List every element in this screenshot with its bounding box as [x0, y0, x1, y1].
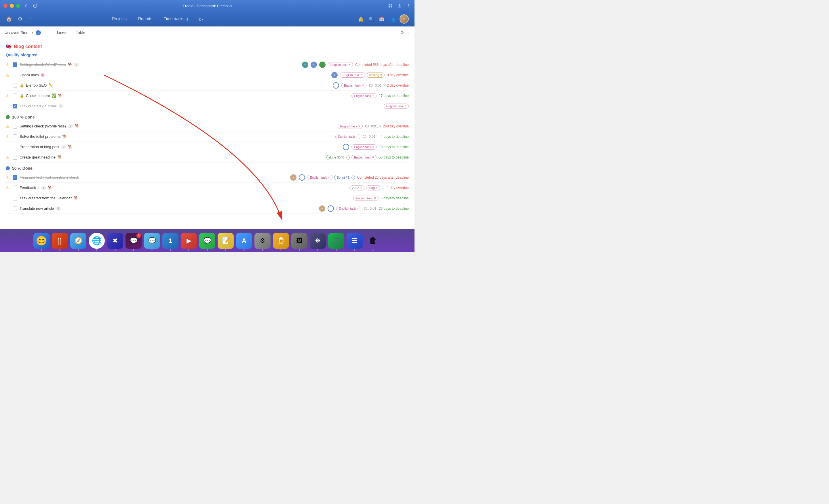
tag-english-task[interactable]: English task ×: [338, 124, 363, 129]
task-name[interactable]: Task created from the Calendar 🐕: [20, 196, 351, 200]
tag-remove-icon[interactable]: ×: [380, 73, 382, 77]
task-checkbox[interactable]: [13, 93, 17, 98]
nav-projects[interactable]: Projects: [112, 16, 127, 22]
bell-icon[interactable]: 🔔: [358, 16, 364, 22]
tag-remove-icon[interactable]: ×: [376, 186, 377, 189]
close-button[interactable]: [3, 4, 7, 8]
tag-english-task[interactable]: English task ×: [335, 134, 360, 139]
tag-remove-icon[interactable]: ×: [372, 145, 374, 148]
subsection-quality-blogpost[interactable]: Quality blogpost: [6, 53, 409, 57]
tag-remove-icon[interactable]: ×: [357, 207, 359, 210]
task-checkbox[interactable]: [13, 196, 17, 200]
minimize-button[interactable]: [10, 4, 14, 8]
dock-homebrew[interactable]: 🍺: [273, 233, 289, 249]
tag-remove-icon[interactable]: ×: [349, 63, 350, 66]
tag-remove-icon[interactable]: ×: [372, 156, 374, 159]
dock-systemprefs[interactable]: ⚙: [254, 233, 271, 249]
tag-english-task[interactable]: English task ×: [340, 73, 365, 78]
tag-english-task[interactable]: English task ×: [352, 93, 376, 99]
tag-waiting[interactable]: waiting ×: [367, 73, 385, 78]
task-checkbox[interactable]: [13, 73, 17, 77]
calendar-icon[interactable]: 📅: [379, 16, 385, 22]
nav-reports[interactable]: Reports: [138, 16, 152, 22]
filter-button[interactable]: Unsaved filter... ▾ 1: [5, 30, 41, 35]
task-checkbox[interactable]: ✓: [13, 63, 17, 67]
task-name[interactable]: Settings check (WordPress) 1 🐕: [20, 124, 335, 128]
tag-remove-icon[interactable]: ×: [372, 94, 374, 97]
tag-remove-icon[interactable]: ×: [358, 124, 360, 128]
export-icon[interactable]: ↑: [407, 30, 410, 35]
tag-english-task[interactable]: English task ×: [353, 196, 378, 201]
task-checkbox[interactable]: ✓: [13, 175, 17, 180]
dock-preview[interactable]: 🖼: [291, 233, 308, 249]
tag-sprint-6[interactable]: Sprint #6 ×: [334, 175, 355, 180]
task-checkbox[interactable]: ✓: [13, 104, 17, 109]
tag-english-task[interactable]: English task ×: [341, 83, 366, 88]
tag-english-task[interactable]: English task ×: [336, 206, 361, 211]
task-name[interactable]: Solve the toilet problems 🐕: [20, 134, 333, 139]
back-icon[interactable]: [24, 3, 28, 8]
task-name[interactable]: Preparation of blog post 2 🐕: [20, 145, 340, 149]
dock-trash[interactable]: 🗑: [365, 233, 381, 249]
tag-more[interactable]: ...: [382, 186, 385, 190]
task-name[interactable]: 🔒 Check content ✅ 🐕: [20, 93, 349, 98]
settings-icon[interactable]: ⚙: [18, 16, 23, 22]
tag-remove-icon[interactable]: ×: [346, 156, 347, 159]
task-name[interactable]: Settings check (WordPress) 🐕 1: [20, 63, 300, 67]
dock-messages[interactable]: 💬: [199, 233, 215, 249]
group-label[interactable]: 100 % Done: [12, 115, 35, 119]
tag-english-task[interactable]: English task ×: [352, 145, 376, 150]
task-name[interactable]: Feedback 1 1 🐕: [20, 186, 347, 190]
group-label[interactable]: 50 % Done: [12, 166, 33, 170]
dock-chrome[interactable]: 🌐: [89, 233, 105, 249]
dock-finder[interactable]: 😊: [33, 233, 49, 249]
task-name[interactable]: 🔒 E-shop SEO ✏️: [20, 83, 330, 87]
dock-notes[interactable]: 📝: [218, 233, 234, 249]
task-checkbox[interactable]: [13, 134, 17, 139]
menu-icon[interactable]: [406, 3, 411, 8]
tag-remove-icon[interactable]: ×: [361, 73, 362, 77]
settings-view-icon[interactable]: ⚙: [400, 30, 404, 35]
tag-english-task[interactable]: English task ×: [384, 104, 409, 109]
nav-time-tracking[interactable]: Time tracking: [164, 16, 188, 22]
refresh-icon[interactable]: [33, 3, 37, 8]
task-name[interactable]: Create great headline 🐕: [20, 155, 324, 159]
tag-blog[interactable]: blog ×: [366, 185, 380, 190]
dock-1password[interactable]: 1: [163, 233, 178, 249]
tag-english-task[interactable]: English task ×: [352, 155, 376, 160]
search-icon[interactable]: 🔍: [368, 16, 374, 22]
dock-chat[interactable]: 💬: [144, 233, 160, 249]
task-name[interactable]: Check links 🌸: [20, 73, 329, 77]
task-checkbox[interactable]: [13, 145, 17, 149]
dock-spotify[interactable]: 🎵: [328, 233, 344, 249]
dock-pricey[interactable]: ▶: [181, 233, 197, 249]
dock-mx[interactable]: ✖: [107, 233, 123, 249]
fullscreen-button[interactable]: [16, 4, 20, 8]
user-avatar[interactable]: F: [400, 14, 409, 24]
task-name[interactable]: Translate new article 5: [20, 206, 317, 210]
dock-wm[interactable]: ☰: [347, 233, 363, 249]
tag-english-task[interactable]: English task ×: [328, 62, 353, 67]
tag-remove-icon[interactable]: ×: [362, 84, 364, 87]
puzzle-icon[interactable]: [388, 3, 393, 8]
tab-lines[interactable]: Lines: [52, 27, 71, 38]
tag-2022[interactable]: 2022 ×: [350, 185, 364, 190]
download-icon[interactable]: [397, 3, 402, 8]
tag-remove-icon[interactable]: ×: [360, 186, 362, 189]
add-icon[interactable]: +: [28, 16, 32, 23]
tag-done-30[interactable]: done 30 % ×: [326, 155, 350, 160]
task-name[interactable]: Meta and technical questions check: [20, 175, 288, 180]
tag-english-task[interactable]: English task ×: [308, 175, 332, 180]
task-checkbox[interactable]: [13, 155, 17, 160]
task-checkbox[interactable]: [13, 206, 17, 211]
task-name[interactable]: Task created via email 1: [20, 104, 382, 108]
task-checkbox[interactable]: [13, 124, 17, 128]
task-checkbox[interactable]: [13, 83, 17, 88]
tag-remove-icon[interactable]: ×: [374, 196, 376, 200]
dock-logseq[interactable]: ❋: [310, 233, 326, 249]
task-checkbox[interactable]: [13, 186, 17, 190]
tag-remove-icon[interactable]: ×: [328, 176, 330, 179]
dock-safari[interactable]: 🧭: [70, 233, 86, 249]
tag-remove-icon[interactable]: ×: [351, 176, 352, 179]
dock-slack[interactable]: 💬 5: [125, 233, 142, 249]
